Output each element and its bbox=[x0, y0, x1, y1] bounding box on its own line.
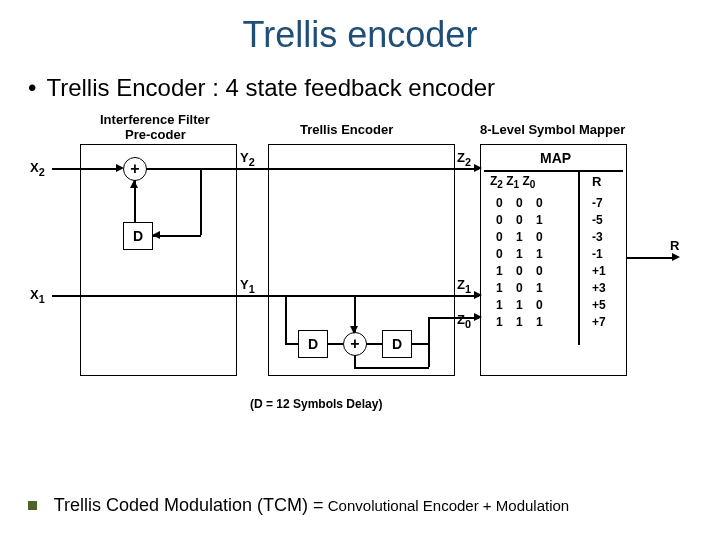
bullet-text: Trellis Encoder : 4 state feedback encod… bbox=[46, 74, 495, 102]
mapper-title: 8-Level Symbol Mapper bbox=[480, 122, 625, 137]
precoder-title-line2: Pre-coder bbox=[125, 127, 186, 142]
tcm-prefix: Trellis Coded Modulation (TCM) = bbox=[54, 495, 324, 515]
encoder-delay-2: D bbox=[382, 330, 412, 358]
trellis-diagram: Interference Filter Pre-coder Trellis En… bbox=[30, 112, 690, 442]
precoder-title-line1: Interference Filter bbox=[100, 112, 210, 127]
trellis-title: Trellis Encoder bbox=[300, 122, 393, 137]
precoder-adder: + bbox=[123, 157, 147, 181]
map-r-header: R bbox=[592, 174, 601, 189]
mapper-r-table: -7-5-3-1+1+3+5+7 bbox=[588, 194, 610, 332]
label-y2: Y2 bbox=[240, 150, 255, 168]
bullet-marker: • bbox=[28, 76, 36, 100]
label-z1: Z1 bbox=[457, 277, 471, 295]
mapper-bits-table: 000001010011100101110111 bbox=[492, 194, 554, 332]
tcm-suffix: Convolutional Encoder + Modulation bbox=[324, 497, 570, 514]
precoder-box bbox=[80, 144, 237, 376]
label-x2: X2 bbox=[30, 160, 45, 178]
tcm-bullet: Trellis Coded Modulation (TCM) = Convolu… bbox=[28, 495, 569, 516]
map-heading: MAP bbox=[540, 150, 571, 166]
encoder-adder: + bbox=[343, 332, 367, 356]
encoder-delay-1: D bbox=[298, 330, 328, 358]
map-col-header: Z2 Z1 Z0 bbox=[490, 174, 535, 190]
label-z2: Z2 bbox=[457, 150, 471, 168]
label-y1: Y1 bbox=[240, 277, 255, 295]
precoder-delay: D bbox=[123, 222, 153, 250]
square-bullet-icon bbox=[28, 501, 37, 510]
bullet-main: • Trellis Encoder : 4 state feedback enc… bbox=[28, 74, 720, 102]
label-r-out: R bbox=[670, 238, 679, 253]
slide-title: Trellis encoder bbox=[0, 14, 720, 56]
delay-note: (D = 12 Symbols Delay) bbox=[250, 397, 382, 411]
label-x1: X1 bbox=[30, 287, 45, 305]
label-z0: Z0 bbox=[457, 312, 471, 330]
